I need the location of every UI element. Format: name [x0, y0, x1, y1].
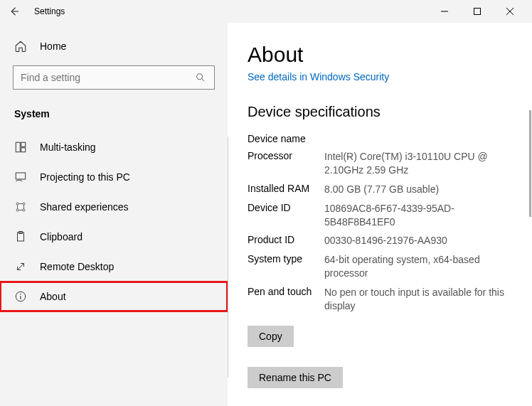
home-label: Home [40, 41, 66, 52]
spec-value: 64-bit operating system, x64-based proce… [324, 253, 515, 280]
close-button[interactable] [494, 0, 526, 23]
sidebar-item-label: Clipboard [40, 231, 83, 242]
search-icon [194, 71, 207, 84]
maximize-icon [474, 8, 481, 15]
security-link[interactable]: See details in Windows Security [248, 71, 515, 82]
clipboard-icon [14, 230, 27, 243]
svg-rect-9 [16, 173, 26, 179]
spec-value: No pen or touch input is available for t… [324, 286, 515, 313]
back-arrow-icon [8, 5, 21, 18]
svg-point-23 [20, 294, 21, 295]
svg-line-5 [202, 79, 204, 81]
search-input[interactable] [21, 72, 188, 83]
svg-rect-1 [474, 9, 481, 15]
projecting-icon [14, 171, 27, 183]
home-icon [14, 40, 27, 53]
svg-point-4 [197, 74, 203, 80]
spec-key: Installed RAM [248, 183, 324, 196]
sidebar-item-remote-desktop[interactable]: Remote Desktop [0, 252, 228, 282]
spec-key: Processor [248, 150, 324, 177]
remote-desktop-icon [14, 260, 27, 273]
sidebar-item-label: Multi-tasking [40, 141, 96, 153]
svg-line-20 [18, 264, 24, 270]
back-button[interactable] [6, 3, 23, 20]
sidebar-item-about[interactable]: About [0, 282, 228, 311]
svg-point-13 [23, 209, 25, 211]
close-icon [506, 8, 514, 15]
rename-pc-button[interactable]: Rename this PC [248, 367, 343, 388]
titlebar: Settings [0, 0, 532, 23]
sidebar-item-shared[interactable]: Shared experiences [0, 192, 228, 222]
home-nav[interactable]: Home [0, 31, 228, 61]
spec-value: 8.00 GB (7.77 GB usable) [324, 183, 439, 196]
sidebar: Home System Multi-tasking Projecting to … [0, 23, 228, 406]
spec-value: 00330-81496-21976-AA930 [324, 234, 447, 247]
content-pane: About See details in Windows Security De… [228, 23, 532, 406]
sidebar-item-label: Remote Desktop [40, 261, 114, 272]
info-icon [14, 290, 27, 303]
multitasking-icon [14, 141, 27, 154]
sidebar-item-clipboard[interactable]: Clipboard [0, 222, 228, 252]
device-name-label: Device name [248, 133, 324, 144]
shared-experiences-icon [14, 201, 27, 213]
svg-point-12 [16, 209, 18, 211]
vertical-divider [228, 137, 228, 378]
maximize-button[interactable] [461, 0, 494, 23]
spec-key: Pen and touch [248, 286, 324, 313]
spec-key: Product ID [248, 234, 324, 247]
sidebar-item-multitasking[interactable]: Multi-tasking [0, 132, 228, 162]
svg-point-10 [16, 203, 18, 205]
window-title: Settings [34, 6, 65, 16]
section-header-system: System [0, 102, 228, 132]
svg-rect-8 [21, 148, 26, 152]
minimize-icon [441, 8, 448, 15]
sidebar-item-label: About [40, 291, 66, 302]
spec-key: Device ID [248, 202, 324, 229]
scrollbar-thumb[interactable] [529, 110, 531, 217]
sidebar-item-label: Projecting to this PC [40, 171, 130, 183]
search-box[interactable] [13, 65, 215, 90]
svg-rect-7 [21, 142, 26, 146]
svg-rect-6 [16, 142, 20, 152]
copy-button[interactable]: Copy [248, 326, 294, 347]
page-title: About [248, 43, 515, 67]
minimize-button[interactable] [428, 0, 461, 23]
spec-value: Intel(R) Core(TM) i3-10110U CPU @ 2.10GH… [324, 150, 515, 177]
svg-point-11 [23, 203, 25, 205]
spec-value: 10869AC8-6F67-4339-95AD-5B48F8B41EF0 [324, 202, 515, 229]
device-spec-header: Device specifications [248, 104, 515, 120]
spec-key: System type [248, 253, 324, 280]
sidebar-item-label: Shared experiences [40, 201, 129, 213]
sidebar-item-projecting[interactable]: Projecting to this PC [0, 162, 228, 192]
